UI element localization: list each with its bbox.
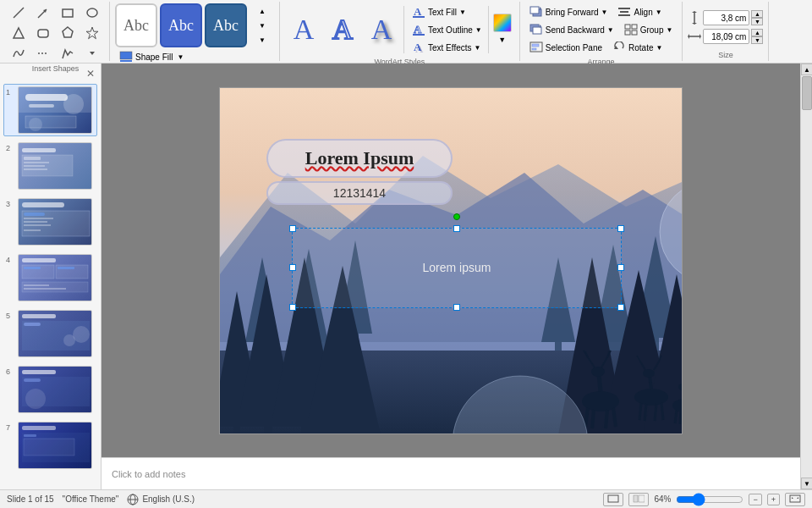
slide-canvas-wrapper[interactable]: Lorem Ipsum 12131414 (102, 64, 800, 457)
handle-mid-right[interactable] (617, 264, 624, 271)
shape-style-3[interactable]: Abc (205, 3, 247, 47)
group-btn[interactable]: Group ▼ (620, 21, 678, 38)
connector-tool[interactable] (31, 44, 55, 63)
svg-rect-85 (24, 439, 74, 456)
align-btn[interactable]: Align ▼ (613, 3, 666, 20)
arrow-tool[interactable] (31, 3, 55, 22)
svg-point-129 (643, 369, 655, 378)
handle-top-right[interactable] (617, 225, 624, 232)
text-outline-btn[interactable]: A Text Outline ▼ (408, 21, 486, 38)
rotate-btn[interactable]: Rotate ▼ (608, 39, 667, 56)
freeform-tool[interactable] (56, 44, 80, 63)
width-down-btn[interactable]: ▼ (751, 36, 763, 44)
shape-styles-group: Abc Abc Abc ▲ ▼ ▼ Shape (110, 2, 280, 61)
rounded-rect-tool[interactable] (31, 24, 55, 42)
wordart-shadow-btn[interactable]: A (363, 8, 400, 52)
shape-style-2[interactable]: Abc (160, 3, 202, 47)
slide-thumb-6[interactable]: 6 (3, 363, 97, 416)
star-tool[interactable] (80, 24, 104, 42)
height-input[interactable] (703, 10, 749, 25)
svg-rect-3 (63, 9, 73, 17)
text-effects-btn[interactable]: A A Text Effects ▼ (408, 39, 486, 56)
slide-view-btn[interactable] (603, 493, 623, 506)
line-tool[interactable] (7, 3, 30, 22)
size-group: ▲ ▼ ▲ ▼ Size (683, 2, 769, 61)
wordart-plain-a: A (294, 14, 315, 46)
text-fill-arrow[interactable]: ▼ (459, 8, 466, 16)
shape-styles-expand-up[interactable]: ▲ (250, 4, 274, 19)
slide-thumb-5[interactable]: 5 (3, 307, 97, 360)
height-up-btn[interactable]: ▲ (751, 10, 763, 18)
svg-rect-37 (532, 44, 539, 47)
slide-thumb-4[interactable]: 4 (3, 251, 97, 304)
send-backward-btn[interactable]: Send Backward ▼ (525, 21, 618, 38)
rotate-arrow[interactable]: ▼ (656, 44, 662, 52)
ellipse-tool[interactable] (80, 3, 104, 22)
wordart-outline-btn[interactable]: A (324, 8, 361, 52)
zoom-in-btn[interactable]: + (767, 494, 780, 505)
handle-top-mid[interactable] (453, 225, 460, 232)
slide-canvas[interactable]: Lorem Ipsum 12131414 (219, 87, 683, 434)
svg-line-115 (599, 374, 601, 391)
subtitle-text: 12131414 (282, 186, 437, 200)
handle-bottom-mid[interactable] (453, 304, 460, 311)
wordart-plain-btn[interactable]: A (285, 8, 322, 52)
slide-thumb-1[interactable]: 1 (3, 84, 97, 136)
svg-rect-153 (639, 495, 645, 502)
shape-styles-expand-down[interactable]: ▼ (250, 19, 274, 33)
svg-line-135 (645, 404, 646, 421)
svg-marker-41 (692, 11, 697, 13)
triangle-tool[interactable] (7, 24, 30, 42)
scroll-thumb[interactable] (802, 76, 812, 110)
more-shapes-btn[interactable] (80, 44, 104, 63)
zoom-slider[interactable] (676, 494, 743, 505)
slide-thumb-2[interactable]: 2 (3, 140, 97, 192)
selected-text-box[interactable]: Lorem ipsum (292, 228, 622, 308)
notes-area[interactable]: Click to add notes (102, 457, 800, 489)
shape-styles-more[interactable]: ▼ (250, 33, 274, 47)
text-effects-arrow[interactable]: ▼ (475, 44, 481, 52)
align-arrow[interactable]: ▼ (656, 8, 662, 16)
handle-top-left[interactable] (289, 225, 296, 232)
language-text: English (U.S.) (142, 494, 195, 504)
handle-mid-left[interactable] (289, 264, 296, 271)
bring-forward-arrow[interactable]: ▼ (601, 8, 608, 16)
text-outline-arrow[interactable]: ▼ (475, 26, 482, 34)
bring-forward-btn[interactable]: Bring Forward ▼ (525, 3, 612, 20)
width-up-btn[interactable]: ▲ (751, 29, 763, 36)
selection-pane-btn[interactable]: Selection Pane (525, 39, 606, 56)
svg-line-137 (661, 403, 663, 420)
handle-rotation[interactable] (453, 213, 460, 220)
fit-slide-btn[interactable] (785, 493, 805, 506)
height-down-btn[interactable]: ▼ (751, 18, 763, 25)
shape-style-1[interactable]: Abc (115, 3, 157, 47)
scroll-up-btn[interactable]: ▲ (801, 64, 812, 75)
svg-rect-27 (620, 11, 628, 13)
zoom-out-btn[interactable]: − (749, 494, 761, 505)
send-backward-arrow[interactable]: ▼ (607, 26, 614, 34)
svg-point-81 (25, 389, 46, 409)
fill-dropdown-arrow[interactable]: ▼ (177, 53, 184, 61)
group-arrow[interactable]: ▼ (667, 26, 673, 34)
curve-tool[interactable] (7, 44, 30, 63)
scroll-track[interactable] (801, 75, 812, 478)
outline-view-btn[interactable] (628, 493, 649, 506)
slides-panel-close[interactable]: ✕ (84, 67, 97, 80)
star-icon (85, 26, 99, 40)
text-fill-btn[interactable]: A Text Fill ▼ (408, 3, 486, 20)
slide-thumb-3[interactable]: 3 (3, 196, 97, 248)
svg-rect-67 (24, 267, 41, 269)
arrange-content: Bring Forward ▼ Align ▼ (525, 3, 678, 56)
svg-text:A: A (414, 24, 422, 36)
svg-rect-78 (22, 370, 56, 374)
pentagon-tool[interactable] (56, 24, 80, 42)
width-input[interactable] (703, 29, 749, 44)
rect-tool[interactable] (56, 3, 80, 22)
shape-fill-btn[interactable]: Shape Fill ▼ (115, 48, 188, 65)
handle-bottom-right[interactable] (617, 304, 624, 311)
title-shape[interactable]: Lorem Ipsum 12131414 (266, 139, 453, 205)
handle-bottom-left[interactable] (289, 304, 296, 311)
scroll-down-btn[interactable]: ▼ (801, 478, 812, 489)
slide-thumb-7[interactable]: 7 (3, 419, 97, 472)
expand-wordart-down[interactable]: ▼ (491, 34, 514, 46)
